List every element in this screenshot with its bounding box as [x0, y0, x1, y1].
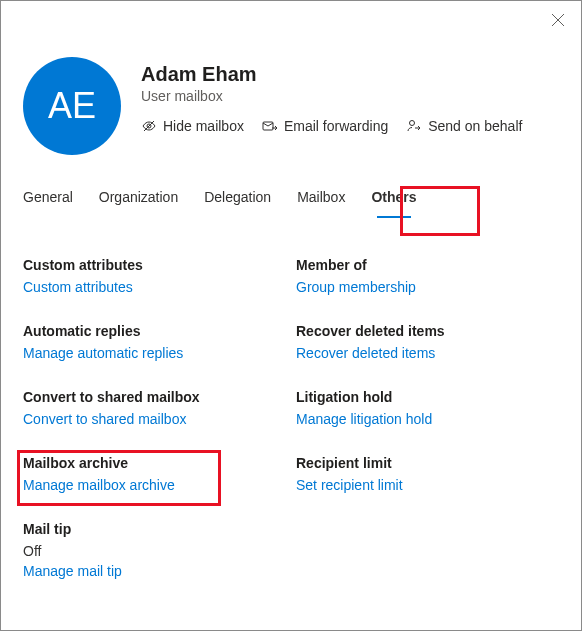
convert-shared-title: Convert to shared mailbox: [23, 389, 286, 405]
tab-delegation[interactable]: Delegation: [204, 189, 271, 213]
section-automatic-replies: Automatic replies Manage automatic repli…: [23, 323, 286, 361]
tab-others[interactable]: Others: [371, 189, 416, 213]
convert-shared-link[interactable]: Convert to shared mailbox: [23, 411, 286, 427]
section-recover-deleted: Recover deleted items Recover deleted it…: [296, 323, 559, 361]
eye-hide-icon: [141, 118, 157, 134]
recover-deleted-title: Recover deleted items: [296, 323, 559, 339]
close-icon: [551, 13, 565, 27]
tab-mailbox[interactable]: Mailbox: [297, 189, 345, 213]
custom-attributes-title: Custom attributes: [23, 257, 286, 273]
header: AE Adam Eham User mailbox Hide mailbox E…: [23, 57, 559, 155]
recover-deleted-link[interactable]: Recover deleted items: [296, 345, 559, 361]
send-on-behalf-action[interactable]: Send on behalf: [406, 118, 522, 134]
section-convert-shared: Convert to shared mailbox Convert to sha…: [23, 389, 286, 427]
automatic-replies-title: Automatic replies: [23, 323, 286, 339]
others-tab-content: Custom attributes Custom attributes Memb…: [23, 257, 559, 579]
mail-tip-value: Off: [23, 543, 286, 559]
header-info: Adam Eham User mailbox Hide mailbox Emai…: [141, 57, 522, 134]
email-forwarding-label: Email forwarding: [284, 118, 388, 134]
tab-organization[interactable]: Organization: [99, 189, 178, 213]
avatar: AE: [23, 57, 121, 155]
manage-mailbox-archive-link[interactable]: Manage mailbox archive: [23, 477, 286, 493]
group-membership-link[interactable]: Group membership: [296, 279, 559, 295]
svg-point-3: [410, 121, 415, 126]
mailbox-type: User mailbox: [141, 88, 522, 104]
manage-litigation-hold-link[interactable]: Manage litigation hold: [296, 411, 559, 427]
manage-mail-tip-link[interactable]: Manage mail tip: [23, 563, 286, 579]
section-litigation-hold: Litigation hold Manage litigation hold: [296, 389, 559, 427]
mailbox-archive-title: Mailbox archive: [23, 455, 286, 471]
set-recipient-limit-link[interactable]: Set recipient limit: [296, 477, 559, 493]
tab-general[interactable]: General: [23, 189, 73, 213]
hide-mailbox-label: Hide mailbox: [163, 118, 244, 134]
litigation-hold-title: Litigation hold: [296, 389, 559, 405]
close-button[interactable]: [551, 13, 567, 29]
email-forwarding-action[interactable]: Email forwarding: [262, 118, 388, 134]
section-member-of: Member of Group membership: [296, 257, 559, 295]
send-on-behalf-label: Send on behalf: [428, 118, 522, 134]
hide-mailbox-action[interactable]: Hide mailbox: [141, 118, 244, 134]
avatar-initials: AE: [48, 85, 96, 127]
section-mailbox-archive: Mailbox archive Manage mailbox archive: [23, 455, 286, 493]
section-recipient-limit: Recipient limit Set recipient limit: [296, 455, 559, 493]
custom-attributes-link[interactable]: Custom attributes: [23, 279, 286, 295]
mail-tip-title: Mail tip: [23, 521, 286, 537]
manage-automatic-replies-link[interactable]: Manage automatic replies: [23, 345, 286, 361]
mailbox-details-panel: AE Adam Eham User mailbox Hide mailbox E…: [0, 0, 582, 631]
person-arrow-icon: [406, 118, 422, 134]
tab-bar: General Organization Delegation Mailbox …: [23, 189, 559, 213]
mail-forward-icon: [262, 118, 278, 134]
member-of-title: Member of: [296, 257, 559, 273]
recipient-limit-title: Recipient limit: [296, 455, 559, 471]
section-custom-attributes: Custom attributes Custom attributes: [23, 257, 286, 295]
display-name: Adam Eham: [141, 63, 522, 86]
section-mail-tip: Mail tip Off Manage mail tip: [23, 521, 286, 579]
header-actions: Hide mailbox Email forwarding Send on be…: [141, 118, 522, 134]
